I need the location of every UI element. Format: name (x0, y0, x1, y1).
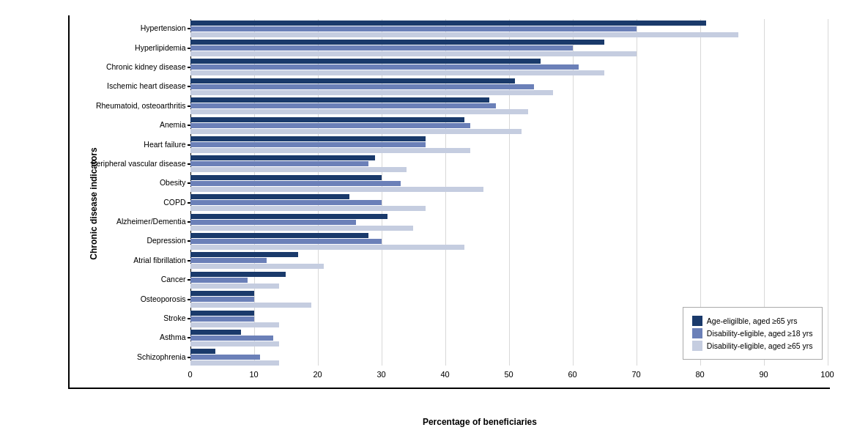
disease-label: Asthma (71, 333, 186, 342)
bar (190, 148, 471, 153)
disease-label: Peripheral vascular disease (71, 159, 186, 168)
legend-item-2: Disability-eligible, aged ≥18 yrs (692, 328, 813, 338)
x-tick-label: 0 (188, 370, 192, 379)
bar (190, 322, 280, 327)
bar (190, 181, 401, 186)
grid-line (828, 19, 828, 366)
disease-label: Rheumatoid, osteoarthritis (71, 101, 186, 111)
bar (190, 226, 414, 231)
bar (190, 214, 388, 219)
x-tick-label: 100 (820, 370, 834, 379)
bar (190, 142, 426, 147)
bar (190, 161, 369, 166)
legend-color-1 (692, 316, 702, 326)
bar (190, 206, 426, 211)
legend-color-3 (692, 341, 702, 351)
bar (190, 129, 522, 134)
bar (190, 90, 554, 95)
bar (190, 252, 299, 257)
bar (190, 258, 267, 263)
disease-label: Depression (71, 236, 186, 245)
bar (190, 278, 248, 283)
bar (190, 233, 369, 238)
bar (190, 297, 254, 302)
disease-label: Alzheimer/Dementia (71, 217, 186, 226)
bar (190, 21, 707, 26)
bar (190, 45, 573, 51)
bar (190, 360, 280, 366)
disease-label: Ischemic heart disease (71, 81, 186, 91)
x-tick-label: 20 (313, 370, 322, 379)
bar (190, 136, 426, 141)
x-tick-label: 30 (376, 370, 385, 379)
legend-label-2: Disability-eligible, aged ≥18 yrs (707, 329, 813, 338)
chart-container: Chronic disease indicators 0102030405060… (31, 8, 837, 433)
legend: Age-eligilble, aged ≥65 yrs Disability-e… (683, 307, 823, 360)
disease-label: Stroke (71, 314, 186, 323)
bar (190, 97, 490, 103)
disease-label: Cancer (71, 275, 186, 284)
bar (190, 32, 738, 37)
bar (190, 284, 280, 289)
x-tick-label: 90 (759, 370, 768, 379)
bar (190, 109, 528, 114)
legend-label-1: Age-eligilble, aged ≥65 yrs (707, 316, 798, 325)
bar (190, 303, 311, 308)
legend-item-1: Age-eligilble, aged ≥65 yrs (692, 316, 813, 326)
bar (190, 311, 254, 316)
bar (190, 200, 382, 205)
bar (190, 84, 535, 89)
bar (190, 187, 483, 192)
bar (190, 70, 605, 75)
bar (190, 341, 280, 346)
x-tick-label: 50 (504, 370, 513, 379)
bar (190, 175, 382, 180)
x-tick-label: 80 (695, 370, 704, 379)
bar (190, 78, 516, 84)
bar (190, 272, 286, 277)
x-tick-label: 60 (568, 370, 576, 379)
disease-label: COPD (71, 198, 186, 207)
bar (190, 349, 216, 354)
bar (190, 355, 261, 360)
x-axis-title: Percentage of beneficiaries (423, 417, 537, 427)
bar (190, 64, 579, 70)
grid-line (637, 19, 637, 366)
disease-label: Anemia (71, 120, 186, 130)
bar (190, 239, 382, 244)
bar (190, 103, 497, 108)
bar (190, 245, 464, 250)
disease-label: Chronic kidney disease (71, 62, 186, 72)
disease-label: Hyperlipidemia (71, 43, 186, 53)
bar (190, 194, 350, 199)
disease-label: Atrial fibrillation (71, 256, 186, 265)
legend-label-3: Disability-eligible, aged ≥65 yrs (707, 341, 813, 350)
bar (190, 220, 356, 225)
disease-label: Hypertension (71, 23, 186, 33)
bar (190, 40, 605, 45)
bar (190, 59, 541, 64)
bar (190, 123, 471, 128)
bar (190, 117, 464, 122)
disease-label: Osteoporosis (71, 294, 186, 304)
legend-item-3: Disability-eligible, aged ≥65 yrs (692, 341, 813, 351)
disease-label: Heart failure (71, 140, 186, 149)
bar (190, 26, 637, 32)
legend-color-2 (692, 328, 702, 338)
bar (190, 264, 324, 269)
bar (190, 316, 254, 322)
bar (190, 336, 273, 341)
disease-label: Schizophrenia (71, 352, 186, 362)
x-tick-label: 70 (631, 370, 640, 379)
disease-label: Obesity (71, 178, 186, 188)
x-tick-label: 40 (440, 370, 449, 379)
bar (190, 51, 637, 56)
bar (190, 330, 242, 335)
x-tick-label: 10 (249, 370, 258, 379)
bar (190, 167, 407, 172)
bar (190, 155, 375, 160)
bar (190, 291, 254, 296)
